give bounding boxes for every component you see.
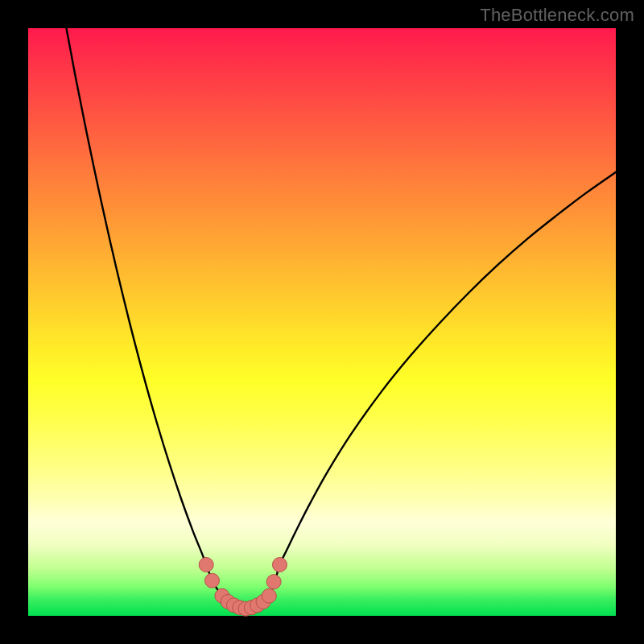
watermark-text: TheBottleneck.com xyxy=(480,5,634,26)
curve-marker xyxy=(204,573,219,588)
curve-marker xyxy=(272,557,287,572)
curve-markers xyxy=(199,557,287,616)
curve-marker xyxy=(262,588,276,603)
curve-marker xyxy=(199,557,213,572)
plot-area xyxy=(28,28,616,616)
bottleneck-curve xyxy=(66,28,616,609)
chart-svg xyxy=(28,28,616,616)
chart-frame: TheBottleneck.com xyxy=(0,0,644,644)
curve-marker xyxy=(266,575,281,589)
